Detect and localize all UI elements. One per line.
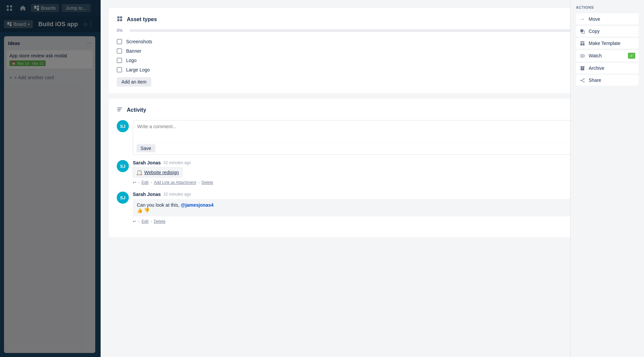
activity-section: Activity Show Details SJ Save 📎 @ 🙂 ▭ xyxy=(109,99,636,237)
comment-2-text: Can you look at this, @jamesjonas4 👍 👎 xyxy=(133,199,628,216)
share-icon xyxy=(579,78,585,83)
checklist-checkbox-1[interactable] xyxy=(117,48,122,54)
checklist-section: Asset types Delete 0% Screenshots Banner xyxy=(109,8,636,93)
progress-row: 0% xyxy=(117,28,628,33)
comment-1-actions: ↩ - Edit - Add Link as Attachment - Dele… xyxy=(133,180,628,185)
comment-1-time: 32 minutes ago xyxy=(163,160,191,165)
share-label: Share xyxy=(589,78,601,83)
svg-rect-20 xyxy=(580,43,582,45)
checklist-header: Asset types Delete xyxy=(117,15,628,24)
move-action[interactable]: → Move xyxy=(576,13,639,24)
comment-1-delete[interactable]: Delete xyxy=(202,180,213,185)
archive-label: Archive xyxy=(589,65,604,71)
comment-input-row: SJ Save 📎 @ 🙂 ▭ xyxy=(117,120,628,155)
svg-rect-25 xyxy=(582,68,583,69)
svg-line-30 xyxy=(581,81,583,82)
comment-input[interactable] xyxy=(133,120,628,141)
comment-1-dash-3: - xyxy=(198,180,200,185)
comment-2-actions: ↩ - Edit - Delete xyxy=(133,219,628,224)
watch-icon xyxy=(579,53,585,58)
modal-overlay[interactable]: Asset types Delete 0% Screenshots Banner xyxy=(0,0,644,357)
actions-title: ACTIONS xyxy=(576,5,639,9)
actions-panel: ACTIONS → Move Copy Make Template xyxy=(570,0,644,357)
svg-rect-24 xyxy=(580,66,584,67)
comment-2-delete[interactable]: Delete xyxy=(154,219,166,224)
move-icon: → xyxy=(579,16,585,22)
copy-icon xyxy=(579,29,585,34)
comment-2-mention: @jamesjonas4 xyxy=(181,202,214,208)
svg-point-28 xyxy=(583,81,584,82)
svg-point-26 xyxy=(583,78,584,79)
comment-2-body: Sarah Jonas 32 minutes ago Can you look … xyxy=(133,192,628,224)
make-template-action[interactable]: Make Template xyxy=(576,38,639,49)
comment-2-dash-2: - xyxy=(151,219,152,224)
comment-2-edit[interactable]: Edit xyxy=(142,219,149,224)
comment-2-dash-1: - xyxy=(138,219,140,224)
checklist-item-1: Banner xyxy=(117,46,628,56)
comment-1-reaction-icon[interactable]: ↩ xyxy=(133,180,136,185)
svg-rect-12 xyxy=(117,19,119,21)
activity-title: Activity xyxy=(127,107,146,113)
comment-1-link[interactable]: 📋 Website redisign xyxy=(133,167,182,177)
checklist-item-3: Large Logo xyxy=(117,65,628,74)
checklist-item-0: Screenshots xyxy=(117,37,628,46)
copy-action[interactable]: Copy xyxy=(576,26,639,37)
comment-toolbar: Save 📎 @ 🙂 ▭ xyxy=(133,142,628,154)
checklist-item-text-3: Large Logo xyxy=(126,67,150,72)
comment-2-time: 32 minutes ago xyxy=(163,192,191,197)
checklist-icon xyxy=(117,16,123,23)
comment-2-author: Sarah Jonas xyxy=(133,192,161,197)
comment-2-reaction-icon[interactable]: ↩ xyxy=(133,219,136,224)
activity-icon xyxy=(117,106,123,114)
comment-1-author: Sarah Jonas xyxy=(133,160,161,165)
svg-rect-16 xyxy=(117,110,120,111)
comment-1: SJ Sarah Jonas 32 minutes ago 📋 Website … xyxy=(117,160,628,185)
svg-rect-21 xyxy=(583,43,584,45)
watch-action[interactable]: Watch ✓ xyxy=(576,50,639,61)
comment-2-prefix: Can you look at this, xyxy=(137,202,181,208)
comment-2-emojis: 👍 👎 xyxy=(137,208,150,213)
svg-rect-18 xyxy=(580,29,583,32)
progress-percent: 0% xyxy=(117,28,126,33)
svg-rect-10 xyxy=(117,16,119,18)
comment-save-button[interactable]: Save xyxy=(137,144,155,152)
move-label: Move xyxy=(589,16,600,22)
current-user-avatar: SJ xyxy=(117,120,129,132)
add-item-button[interactable]: Add an item xyxy=(117,77,151,87)
svg-rect-14 xyxy=(117,107,122,108)
checklist-item-text-2: Logo xyxy=(126,58,137,63)
svg-line-29 xyxy=(581,79,583,81)
svg-rect-13 xyxy=(120,19,122,21)
progress-bar-bg xyxy=(129,29,628,32)
comment-1-dash-2: - xyxy=(151,180,152,185)
comment-1-avatar: SJ xyxy=(117,160,129,172)
checklist-title-row: Asset types xyxy=(117,16,157,23)
activity-title-row: Activity xyxy=(117,106,146,114)
card-detail-panel: Asset types Delete 0% Screenshots Banner xyxy=(101,0,644,357)
svg-rect-11 xyxy=(120,16,122,18)
checklist-item-text-0: Screenshots xyxy=(126,39,152,44)
svg-point-27 xyxy=(580,80,581,81)
comment-1-edit[interactable]: Edit xyxy=(142,180,149,185)
checklist-item-text-1: Banner xyxy=(126,48,141,54)
svg-rect-19 xyxy=(580,41,584,42)
watch-label: Watch xyxy=(589,53,602,58)
comment-2-author-row: Sarah Jonas 32 minutes ago xyxy=(133,192,628,197)
watch-active-badge: ✓ xyxy=(628,53,635,59)
copy-label: Copy xyxy=(589,29,600,34)
link-emoji: 📋 xyxy=(137,170,142,175)
checklist-checkbox-3[interactable] xyxy=(117,67,122,72)
comment-input-area: Save 📎 @ 🙂 ▭ xyxy=(133,120,628,155)
checklist-item-2: Logo xyxy=(117,56,628,65)
archive-action[interactable]: Archive xyxy=(576,63,639,73)
archive-icon xyxy=(579,66,585,71)
svg-rect-15 xyxy=(117,109,121,110)
comment-2: SJ Sarah Jonas 32 minutes ago Can you lo… xyxy=(117,192,628,224)
template-icon xyxy=(579,41,585,46)
checklist-checkbox-2[interactable] xyxy=(117,58,122,63)
comment-2-avatar: SJ xyxy=(117,192,129,204)
checklist-checkbox-0[interactable] xyxy=(117,39,122,44)
comment-1-add-link[interactable]: Add Link as Attachment xyxy=(154,180,196,185)
comment-1-author-row: Sarah Jonas 32 minutes ago xyxy=(133,160,628,165)
share-action[interactable]: Share xyxy=(576,75,639,86)
